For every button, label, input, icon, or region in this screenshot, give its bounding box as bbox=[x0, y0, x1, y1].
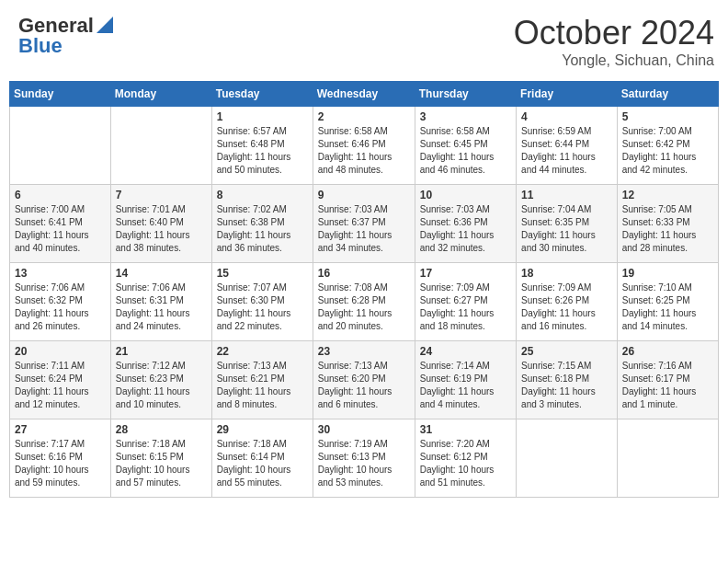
day-number: 13 bbox=[15, 267, 106, 280]
calendar-cell: 19Sunrise: 7:10 AMSunset: 6:25 PMDayligh… bbox=[617, 263, 718, 341]
day-number: 23 bbox=[318, 345, 410, 358]
weekday-header: Monday bbox=[110, 82, 211, 107]
day-info: Sunrise: 7:04 AMSunset: 6:35 PMDaylight:… bbox=[521, 203, 612, 255]
calendar-cell: 25Sunrise: 7:15 AMSunset: 6:18 PMDayligh… bbox=[517, 341, 618, 419]
day-info: Sunrise: 7:19 AMSunset: 6:13 PMDaylight:… bbox=[318, 438, 410, 489]
day-number: 24 bbox=[420, 345, 511, 358]
day-info: Sunrise: 7:09 AMSunset: 6:27 PMDaylight:… bbox=[420, 282, 511, 333]
calendar-cell: 12Sunrise: 7:05 AMSunset: 6:33 PMDayligh… bbox=[617, 185, 718, 263]
day-info: Sunrise: 6:58 AMSunset: 6:45 PMDaylight:… bbox=[420, 125, 511, 177]
calendar-week-row: 6Sunrise: 7:00 AMSunset: 6:41 PMDaylight… bbox=[10, 185, 719, 263]
day-number: 22 bbox=[217, 345, 308, 358]
calendar-week-row: 1Sunrise: 6:57 AMSunset: 6:48 PMDaylight… bbox=[10, 107, 719, 185]
day-number: 20 bbox=[15, 345, 106, 358]
day-number: 11 bbox=[521, 189, 612, 201]
calendar-cell: 9Sunrise: 7:03 AMSunset: 6:37 PMDaylight… bbox=[313, 185, 415, 263]
calendar-cell: 30Sunrise: 7:19 AMSunset: 6:13 PMDayligh… bbox=[313, 419, 415, 498]
day-info: Sunrise: 7:06 AMSunset: 6:31 PMDaylight:… bbox=[116, 282, 207, 333]
day-info: Sunrise: 7:18 AMSunset: 6:14 PMDaylight:… bbox=[217, 438, 308, 489]
weekday-header: Wednesday bbox=[313, 82, 415, 107]
calendar-cell: 1Sunrise: 6:57 AMSunset: 6:48 PMDaylight… bbox=[211, 107, 313, 185]
calendar-cell: 8Sunrise: 7:02 AMSunset: 6:38 PMDaylight… bbox=[211, 185, 313, 263]
logo-triangle-icon bbox=[97, 17, 113, 37]
day-number: 25 bbox=[521, 345, 612, 358]
day-info: Sunrise: 7:03 AMSunset: 6:36 PMDaylight:… bbox=[420, 203, 511, 255]
day-info: Sunrise: 7:16 AMSunset: 6:17 PMDaylight:… bbox=[622, 360, 713, 411]
weekday-header: Thursday bbox=[415, 82, 516, 107]
calendar-cell: 2Sunrise: 6:58 AMSunset: 6:46 PMDaylight… bbox=[313, 107, 415, 185]
calendar-cell: 13Sunrise: 7:06 AMSunset: 6:32 PMDayligh… bbox=[10, 263, 111, 341]
weekday-header: Sunday bbox=[10, 82, 111, 107]
calendar-cell: 24Sunrise: 7:14 AMSunset: 6:19 PMDayligh… bbox=[415, 341, 516, 419]
day-number: 4 bbox=[521, 110, 612, 123]
calendar-cell: 22Sunrise: 7:13 AMSunset: 6:21 PMDayligh… bbox=[211, 341, 313, 419]
title-area: October 2024 Yongle, Sichuan, China bbox=[514, 14, 714, 69]
day-info: Sunrise: 7:18 AMSunset: 6:15 PMDaylight:… bbox=[116, 438, 207, 489]
calendar-cell: 11Sunrise: 7:04 AMSunset: 6:35 PMDayligh… bbox=[517, 185, 618, 263]
day-info: Sunrise: 7:15 AMSunset: 6:18 PMDaylight:… bbox=[521, 360, 612, 411]
calendar-header-row: SundayMondayTuesdayWednesdayThursdayFrid… bbox=[10, 82, 719, 107]
day-number: 30 bbox=[318, 423, 410, 436]
logo-blue-text: Blue bbox=[18, 34, 63, 58]
calendar-cell: 5Sunrise: 7:00 AMSunset: 6:42 PMDaylight… bbox=[617, 107, 718, 185]
day-info: Sunrise: 7:13 AMSunset: 6:20 PMDaylight:… bbox=[318, 360, 410, 411]
day-number: 7 bbox=[116, 189, 207, 201]
calendar-table: SundayMondayTuesdayWednesdayThursdayFrid… bbox=[9, 81, 719, 498]
day-number: 10 bbox=[420, 189, 511, 201]
day-number: 26 bbox=[622, 345, 713, 358]
day-info: Sunrise: 7:03 AMSunset: 6:37 PMDaylight:… bbox=[318, 203, 410, 255]
calendar-cell bbox=[517, 419, 618, 498]
day-number: 12 bbox=[622, 189, 713, 201]
day-number: 6 bbox=[15, 189, 106, 201]
weekday-header: Saturday bbox=[617, 82, 718, 107]
day-number: 9 bbox=[318, 189, 410, 201]
calendar-week-row: 13Sunrise: 7:06 AMSunset: 6:32 PMDayligh… bbox=[10, 263, 719, 341]
day-info: Sunrise: 7:10 AMSunset: 6:25 PMDaylight:… bbox=[622, 282, 713, 333]
day-info: Sunrise: 7:07 AMSunset: 6:30 PMDaylight:… bbox=[217, 282, 308, 333]
day-number: 29 bbox=[217, 423, 308, 436]
day-number: 28 bbox=[116, 423, 207, 436]
day-info: Sunrise: 6:59 AMSunset: 6:44 PMDaylight:… bbox=[521, 125, 612, 177]
calendar-cell: 18Sunrise: 7:09 AMSunset: 6:26 PMDayligh… bbox=[517, 263, 618, 341]
calendar-week-row: 20Sunrise: 7:11 AMSunset: 6:24 PMDayligh… bbox=[10, 341, 719, 419]
day-info: Sunrise: 7:00 AMSunset: 6:42 PMDaylight:… bbox=[622, 125, 713, 177]
calendar-cell: 29Sunrise: 7:18 AMSunset: 6:14 PMDayligh… bbox=[211, 419, 313, 498]
day-number: 19 bbox=[622, 267, 713, 280]
calendar-week-row: 27Sunrise: 7:17 AMSunset: 6:16 PMDayligh… bbox=[10, 419, 719, 498]
day-number: 18 bbox=[521, 267, 612, 280]
day-info: Sunrise: 7:08 AMSunset: 6:28 PMDaylight:… bbox=[318, 282, 410, 333]
calendar-cell bbox=[10, 107, 111, 185]
weekday-header: Friday bbox=[517, 82, 618, 107]
day-number: 8 bbox=[217, 189, 308, 201]
day-number: 2 bbox=[318, 110, 410, 123]
calendar-cell: 4Sunrise: 6:59 AMSunset: 6:44 PMDaylight… bbox=[517, 107, 618, 185]
day-info: Sunrise: 7:14 AMSunset: 6:19 PMDaylight:… bbox=[420, 360, 511, 411]
day-info: Sunrise: 7:06 AMSunset: 6:32 PMDaylight:… bbox=[15, 282, 106, 333]
day-info: Sunrise: 7:13 AMSunset: 6:21 PMDaylight:… bbox=[217, 360, 308, 411]
day-number: 16 bbox=[318, 267, 410, 280]
day-number: 5 bbox=[622, 110, 713, 123]
day-info: Sunrise: 7:20 AMSunset: 6:12 PMDaylight:… bbox=[420, 438, 511, 489]
day-number: 17 bbox=[420, 267, 511, 280]
calendar-cell: 15Sunrise: 7:07 AMSunset: 6:30 PMDayligh… bbox=[211, 263, 313, 341]
calendar-cell: 3Sunrise: 6:58 AMSunset: 6:45 PMDaylight… bbox=[415, 107, 516, 185]
day-info: Sunrise: 7:00 AMSunset: 6:41 PMDaylight:… bbox=[15, 203, 106, 255]
logo: General Blue bbox=[18, 14, 113, 58]
calendar-cell bbox=[110, 107, 211, 185]
calendar-cell: 16Sunrise: 7:08 AMSunset: 6:28 PMDayligh… bbox=[313, 263, 415, 341]
day-info: Sunrise: 6:57 AMSunset: 6:48 PMDaylight:… bbox=[217, 125, 308, 177]
calendar-cell: 7Sunrise: 7:01 AMSunset: 6:40 PMDaylight… bbox=[110, 185, 211, 263]
weekday-header: Tuesday bbox=[211, 82, 313, 107]
month-title: October 2024 bbox=[514, 14, 714, 52]
location: Yongle, Sichuan, China bbox=[514, 52, 714, 69]
calendar-cell: 10Sunrise: 7:03 AMSunset: 6:36 PMDayligh… bbox=[415, 185, 516, 263]
day-info: Sunrise: 7:01 AMSunset: 6:40 PMDaylight:… bbox=[116, 203, 207, 255]
calendar-cell: 28Sunrise: 7:18 AMSunset: 6:15 PMDayligh… bbox=[110, 419, 211, 498]
calendar-cell: 14Sunrise: 7:06 AMSunset: 6:31 PMDayligh… bbox=[110, 263, 211, 341]
calendar-cell: 31Sunrise: 7:20 AMSunset: 6:12 PMDayligh… bbox=[415, 419, 516, 498]
day-info: Sunrise: 6:58 AMSunset: 6:46 PMDaylight:… bbox=[318, 125, 410, 177]
calendar-cell: 23Sunrise: 7:13 AMSunset: 6:20 PMDayligh… bbox=[313, 341, 415, 419]
calendar-cell: 21Sunrise: 7:12 AMSunset: 6:23 PMDayligh… bbox=[110, 341, 211, 419]
calendar-cell bbox=[617, 419, 718, 498]
calendar-cell: 27Sunrise: 7:17 AMSunset: 6:16 PMDayligh… bbox=[10, 419, 111, 498]
